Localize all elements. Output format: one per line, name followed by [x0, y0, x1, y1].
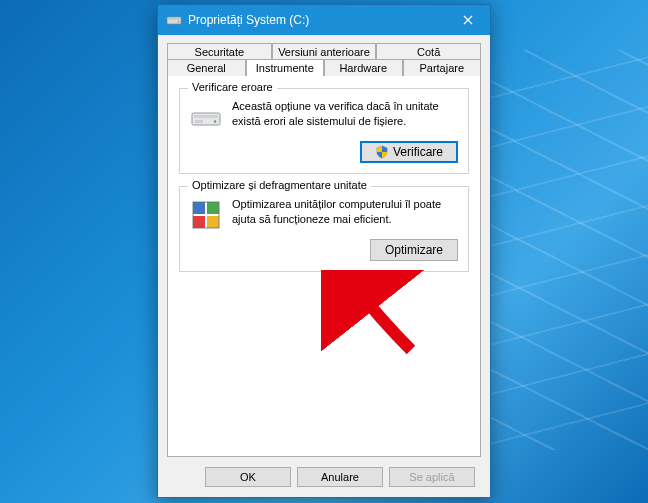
titlebar[interactable]: Proprietăți System (C:)	[158, 5, 490, 35]
dialog-body: Securitate Versiuni anterioare Cotă Gene…	[158, 35, 490, 497]
dialog-footer: OK Anulare Se aplică	[167, 457, 481, 489]
svg-rect-6	[195, 120, 203, 123]
tab-partajare[interactable]: Partajare	[403, 59, 482, 76]
group-error-check: Verificare eroare Această opțiune va ver…	[179, 88, 469, 174]
svg-rect-9	[193, 216, 205, 228]
uac-shield-icon	[375, 145, 389, 159]
svg-rect-10	[207, 216, 219, 228]
tab-instrumente[interactable]: Instrumente	[246, 59, 325, 76]
tabs: Securitate Versiuni anterioare Cotă Gene…	[167, 43, 481, 76]
ok-button[interactable]: OK	[205, 467, 291, 487]
tab-versiuni-anterioare[interactable]: Versiuni anterioare	[272, 43, 377, 60]
close-button[interactable]	[445, 5, 490, 35]
defrag-icon	[190, 199, 222, 231]
group-optimize-title: Optimizare și defragmentare unitate	[188, 179, 371, 191]
svg-rect-4	[194, 115, 218, 118]
group-error-check-title: Verificare eroare	[188, 81, 277, 93]
svg-rect-1	[168, 18, 180, 20]
group-error-check-desc: Această opțiune va verifica dacă în unit…	[232, 99, 458, 129]
drive-icon	[166, 12, 182, 28]
tab-panel-instrumente: Verificare eroare Această opțiune va ver…	[167, 76, 481, 457]
properties-dialog: Proprietăți System (C:) Securitate Versi…	[157, 4, 491, 498]
tab-hardware[interactable]: Hardware	[324, 59, 403, 76]
svg-rect-8	[207, 202, 219, 214]
svg-point-2	[178, 21, 180, 23]
verificare-button-label: Verificare	[393, 145, 443, 159]
optimizare-button-label: Optimizare	[385, 243, 443, 257]
window-title: Proprietăți System (C:)	[188, 13, 445, 27]
drive-check-icon	[190, 101, 222, 133]
verificare-button[interactable]: Verificare	[360, 141, 458, 163]
svg-point-5	[214, 120, 216, 122]
optimizare-button[interactable]: Optimizare	[370, 239, 458, 261]
apply-button[interactable]: Se aplică	[389, 467, 475, 487]
cancel-button[interactable]: Anulare	[297, 467, 383, 487]
group-optimize: Optimizare și defragmentare unitate Opti…	[179, 186, 469, 272]
svg-rect-3	[192, 113, 220, 125]
svg-rect-7	[193, 202, 205, 214]
tab-securitate[interactable]: Securitate	[167, 43, 272, 60]
close-icon	[463, 15, 473, 25]
tab-cota[interactable]: Cotă	[376, 43, 481, 60]
tab-general[interactable]: General	[167, 59, 246, 76]
group-optimize-desc: Optimizarea unităților computerului îl p…	[232, 197, 458, 227]
